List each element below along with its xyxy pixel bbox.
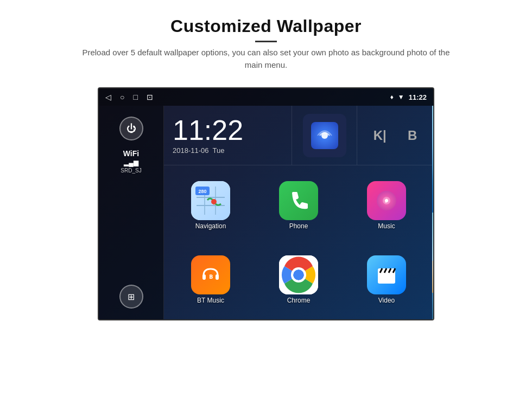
bt-music-icon: ʙ	[191, 255, 230, 294]
video-label: Video	[378, 297, 395, 304]
wifi-widget[interactable]	[303, 114, 346, 157]
wifi-signal-svg	[316, 127, 333, 144]
chrome-label: Chrome	[287, 297, 311, 304]
home-icon[interactable]: ○	[120, 93, 124, 101]
back-icon[interactable]: ◁	[105, 93, 111, 101]
page-title: Customized Wallpaper	[76, 16, 456, 36]
svg-text:ʙ: ʙ	[209, 273, 213, 280]
carsetting-label: CarSetting	[432, 311, 434, 317]
wallpaper-bridge[interactable]: CarSetting	[432, 213, 434, 319]
nav-buttons: ◁ ○ □ ⊡	[105, 93, 153, 101]
svg-point-20	[293, 269, 304, 280]
app-item-phone[interactable]: Phone	[256, 170, 341, 241]
power-button[interactable]: ⏻	[119, 117, 143, 140]
widget-section	[292, 106, 357, 165]
wifi-label: WiFi	[121, 149, 141, 158]
svg-text:♪: ♪	[385, 196, 389, 204]
status-bar: ◁ ○ □ ⊡ ♦ ▼ 11:22	[99, 88, 433, 106]
app-grid: 280 Navigation	[164, 165, 433, 319]
wifi-widget-icon	[311, 122, 338, 149]
clock-date: 2018-11-06 Tue	[173, 146, 283, 155]
top-icon-section: K| B	[357, 106, 433, 165]
svg-rect-15	[216, 274, 219, 280]
app-item-bt-music[interactable]: ʙ BT Music	[168, 244, 253, 315]
wifi-status-icon: ▼	[398, 93, 404, 101]
b-icon: B	[408, 128, 417, 143]
ki-icon: K|	[373, 128, 387, 143]
video-icon	[367, 255, 406, 294]
app-item-chrome[interactable]: Chrome	[256, 244, 341, 315]
location-icon: ♦	[390, 93, 394, 101]
wifi-network-name: SRD_SJ	[121, 168, 141, 174]
page-wrapper: Customized Wallpaper Preload over 5 defa…	[0, 0, 532, 411]
svg-rect-14	[202, 274, 206, 280]
wallpaper-thumbnails: CarSetting	[432, 106, 434, 319]
clock-time: 11:22	[173, 116, 283, 144]
wifi-info: WiFi ▂▄▆ SRD_SJ	[121, 149, 141, 174]
android-screen: ◁ ○ □ ⊡ ♦ ▼ 11:22 ⏻ WiFi ▂▄▆ SRD_S	[98, 87, 434, 320]
title-section: Customized Wallpaper Preload over 5 defa…	[76, 16, 456, 71]
chrome-icon	[279, 255, 318, 294]
app-item-video[interactable]: Video	[344, 244, 429, 315]
sidebar: ⏻ WiFi ▂▄▆ SRD_SJ ⊞	[99, 106, 164, 319]
title-divider	[255, 41, 277, 42]
main-area: ⏻ WiFi ▂▄▆ SRD_SJ ⊞ 11:22 2018-11-	[99, 106, 433, 319]
page-subtitle: Preload over 5 default wallpaper options…	[76, 47, 456, 71]
status-time: 11:22	[409, 93, 427, 101]
bt-music-label: BT Music	[197, 297, 224, 304]
status-icons: ♦ ▼ 11:22	[390, 93, 427, 101]
content-area: 11:22 2018-11-06 Tue	[164, 106, 433, 319]
phone-label: Phone	[289, 222, 308, 230]
app-item-navigation[interactable]: 280 Navigation	[168, 170, 253, 241]
b-icon-item: B	[408, 128, 417, 143]
svg-text:280: 280	[198, 189, 206, 194]
apps-grid-button[interactable]: ⊞	[119, 285, 143, 309]
sidebar-top: ⏻ WiFi ▂▄▆ SRD_SJ	[119, 117, 143, 174]
navigation-label: Navigation	[195, 222, 226, 230]
ki-icon-item: K|	[373, 128, 387, 143]
wallpaper-ice[interactable]	[432, 106, 434, 213]
phone-icon	[279, 181, 318, 220]
clock-section: 11:22 2018-11-06 Tue	[164, 106, 292, 165]
music-icon: ♪	[367, 181, 406, 220]
music-label: Music	[378, 222, 395, 230]
wifi-bars-icon: ▂▄▆	[121, 159, 141, 166]
navigation-icon: 280	[191, 181, 230, 220]
recents-icon[interactable]: □	[133, 93, 137, 101]
app-item-music[interactable]: ♪ Music	[344, 170, 429, 241]
screenshot-icon[interactable]: ⊡	[147, 93, 153, 101]
top-info-row: 11:22 2018-11-06 Tue	[164, 106, 433, 165]
